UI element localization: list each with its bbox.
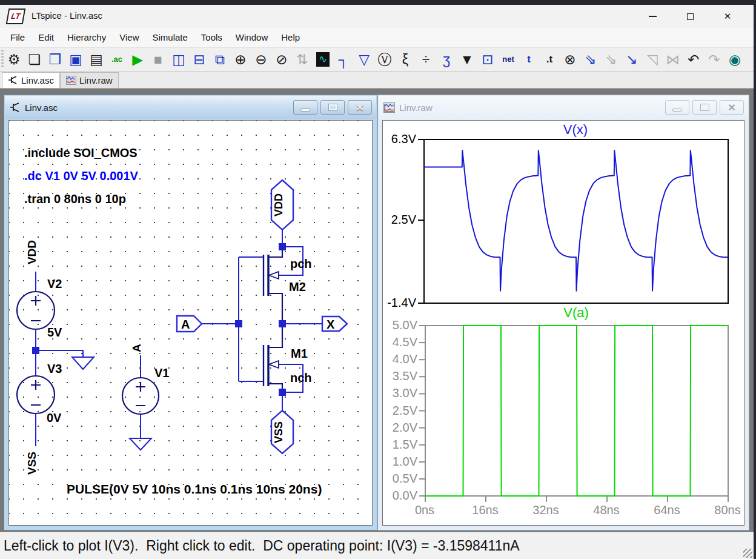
print-icon[interactable]: ▤ xyxy=(87,50,106,69)
menu-edit[interactable]: Edit xyxy=(31,28,61,47)
child-restore-button[interactable] xyxy=(320,100,345,115)
menu-window[interactable]: Window xyxy=(229,28,274,47)
x-tick-label: 16ns xyxy=(464,503,506,517)
ground-icon[interactable]: ▽ xyxy=(354,50,374,69)
move-icon[interactable]: ⇘ xyxy=(581,50,600,69)
waveform-canvas[interactable]: V(x)6.3V2.5V-1.4V V(a)5.0V4.5V4.0V3.5V3.… xyxy=(382,120,744,526)
close-button[interactable]: ✕ xyxy=(709,5,746,28)
spice-directive-icon[interactable]: .t xyxy=(540,50,559,69)
delete-icon[interactable]: ⊗ xyxy=(560,50,580,69)
cascade-icon[interactable]: ⧉ xyxy=(210,50,230,69)
y-tick-label: 1.0V xyxy=(383,455,417,469)
ground-symbol[interactable] xyxy=(72,357,94,369)
save-icon[interactable]: ▣ xyxy=(66,50,85,69)
run-icon[interactable]: ▶ xyxy=(128,50,147,69)
menu-view[interactable]: View xyxy=(113,28,145,47)
mdi-area: Linv.asc ✕ .include SOI_CMOS .dc V1 0V 5… xyxy=(0,89,754,532)
m2-model[interactable]: pch xyxy=(290,257,312,270)
minimize-button[interactable] xyxy=(634,5,671,28)
plot-pane-va[interactable]: V(a)5.0V4.5V4.0V3.5V3.0V2.5V2.0V1.5V1.0V… xyxy=(383,121,744,525)
menu-tools[interactable]: Tools xyxy=(194,28,229,47)
v3-value[interactable]: 0V xyxy=(47,411,62,424)
net-label-icon[interactable]: net xyxy=(499,50,518,69)
status-bar: Left-click to plot I(V3). Right click to… xyxy=(0,532,754,559)
restore-icon xyxy=(701,104,709,110)
m1-model[interactable]: nch xyxy=(290,371,312,384)
ltspice-logo-icon: LT xyxy=(6,8,26,24)
x-tick-label: 32ns xyxy=(525,503,567,517)
open-icon[interactable]: ❒ xyxy=(45,50,65,69)
schematic-canvas[interactable]: .include SOI_CMOS .dc V1 0V 5V 0.001V .t… xyxy=(8,120,373,526)
tile-vertical-icon[interactable]: ◫ xyxy=(169,50,188,69)
resize-grip[interactable] xyxy=(743,549,752,558)
component-icon[interactable]: ⊡ xyxy=(478,50,497,69)
toolbar: ⚙❏❒▣▤.ac▶■◫⊟⧉⊕⊖⊘⇅∿┐▽Ⓥξ÷ʒ▼⊡nett.t⊗⇘⇘↘◹⋈↶↷… xyxy=(0,47,754,72)
capacitor-icon[interactable]: ÷ xyxy=(416,50,436,69)
text-icon[interactable]: t xyxy=(519,50,539,69)
pan-icon: ⇅ xyxy=(293,50,312,69)
edit-simulation-cmd-icon[interactable]: .ac xyxy=(107,50,127,69)
menu-help[interactable]: Help xyxy=(274,28,307,47)
pulse-parameters[interactable]: PULSE(0V 5V 10ns 0.1ns 0.1ns 10ns 20ns) xyxy=(67,482,322,496)
spice-directive[interactable]: .tran 0 80ns 0 10p xyxy=(24,192,126,206)
wire-icon[interactable]: ┐ xyxy=(334,50,353,69)
stretch-icon[interactable]: ↘ xyxy=(622,50,642,69)
net-label-vss[interactable]: VSS xyxy=(25,452,38,475)
inductor-icon: ʒ xyxy=(443,50,451,69)
m1-name[interactable]: M1 xyxy=(291,347,308,360)
v2-value[interactable]: 5V xyxy=(47,326,62,339)
control-panel-icon[interactable]: ⚙ xyxy=(4,50,24,69)
net-label-vdd[interactable]: VDD xyxy=(25,240,38,264)
find-icon[interactable]: ◉ xyxy=(725,50,744,69)
schematic-window-titlebar[interactable]: Linv.asc ✕ xyxy=(5,96,376,119)
child-close-button[interactable]: ✕ xyxy=(720,100,744,115)
v1-name[interactable]: V1 xyxy=(154,366,169,380)
wire[interactable] xyxy=(36,350,83,357)
spice-directive[interactable]: .dc V1 0V 5V 0.001V xyxy=(24,169,139,182)
v3-name[interactable]: V3 xyxy=(47,362,62,375)
main-window: LT LTspice - Linv.asc ✕ FileEditHierarch… xyxy=(0,5,754,559)
m2-name[interactable]: M2 xyxy=(289,280,306,293)
plot-area[interactable] xyxy=(425,325,729,497)
resistor-icon[interactable]: ξ xyxy=(396,50,415,69)
m1-body-arrow xyxy=(269,361,279,368)
mirror-icon: ⋈ xyxy=(666,50,680,69)
voltage-source-icon[interactable]: Ⓥ xyxy=(375,50,394,69)
v2-name[interactable]: V2 xyxy=(47,277,62,290)
waveform-window-titlebar[interactable]: Linv.raw ✕ xyxy=(379,96,748,119)
ground-symbol[interactable] xyxy=(130,438,151,450)
inductor-icon[interactable]: ʒ xyxy=(437,50,456,69)
waveform-pane-icon[interactable]: ∿ xyxy=(313,50,333,69)
cascade-icon: ⧉ xyxy=(215,50,225,69)
tab-linv-asc[interactable]: Linv.asc xyxy=(2,72,60,88)
zoom-out-icon[interactable]: ⊖ xyxy=(251,50,271,69)
spice-directive[interactable]: .include SOI_CMOS xyxy=(24,146,138,159)
y-tick-label: 3.0V xyxy=(383,386,417,400)
new-schematic-icon[interactable]: ❏ xyxy=(25,50,44,69)
child-restore-button[interactable] xyxy=(692,100,717,115)
net-label-a[interactable]: A xyxy=(130,344,143,352)
menu-hierarchy[interactable]: Hierarchy xyxy=(61,28,113,47)
m2-body-arrow xyxy=(269,272,279,279)
child-minimize-button[interactable] xyxy=(293,100,317,115)
wire-icon: ┐ xyxy=(339,50,348,69)
tab-linv-raw[interactable]: Linv.raw xyxy=(60,72,119,88)
voltage-source-icon: Ⓥ xyxy=(378,50,392,69)
menu-simulate[interactable]: Simulate xyxy=(145,28,194,47)
text-icon: t xyxy=(527,50,531,69)
maximize-button[interactable] xyxy=(671,5,709,28)
zoom-fit-icon[interactable]: ⊘ xyxy=(272,50,291,69)
child-minimize-button[interactable] xyxy=(665,100,689,115)
menu-file[interactable]: File xyxy=(4,28,31,47)
tile-horizontal-icon[interactable]: ⊟ xyxy=(190,50,209,69)
toolbar-grip[interactable] xyxy=(1,50,4,69)
zoom-in-icon[interactable]: ⊕ xyxy=(231,50,250,69)
find-icon: ◉ xyxy=(729,50,741,69)
trace-title-V(a)[interactable]: V(a) xyxy=(563,305,589,321)
undo-icon[interactable]: ↶ xyxy=(684,50,703,69)
titlebar[interactable]: LT LTspice - Linv.asc ✕ xyxy=(0,5,754,28)
junction xyxy=(279,320,286,327)
diode-icon[interactable]: ▼ xyxy=(457,50,477,69)
child-close-button[interactable]: ✕ xyxy=(348,100,372,115)
gate-bus-wire[interactable] xyxy=(239,257,264,381)
